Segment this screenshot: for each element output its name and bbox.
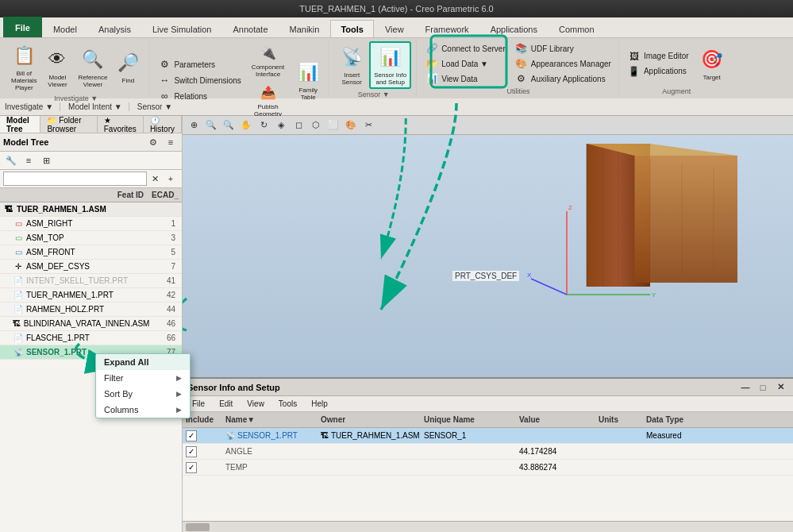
tab-framework[interactable]: Framework [415, 20, 479, 37]
btn-connect-server[interactable]: 🔗 Connect to Server [423, 41, 508, 56]
btn-ref-viewer[interactable]: 🔍 ReferenceViewer [75, 45, 110, 90]
tree-item-asm-def-csys[interactable]: ✛ ASM_DEF_CSYS 7 [0, 260, 182, 274]
vp-btn-appearance[interactable]: 🎨 [343, 118, 359, 133]
tree-item-asm-right[interactable]: ▭ ASM_RIGHT 1 [0, 217, 182, 231]
vp-btn-zoom-fit[interactable]: ⊕ [186, 118, 202, 133]
sensor-items: 📡 InsertSensor 📊 Sensor Infoand Setup [336, 41, 411, 89]
sensor-menu-tools[interactable]: Tools [272, 398, 303, 410]
btn-view-data[interactable]: 📊 View Data [423, 71, 508, 86]
vp-btn-perspective[interactable]: ⬜ [325, 118, 341, 133]
tree-toolbar-btn3[interactable]: ⊞ [38, 153, 54, 168]
vp-btn-zoom-out[interactable]: 🔍 [221, 118, 237, 133]
tab-annotate[interactable]: Annotate [222, 20, 278, 37]
appearances-icon: 🎨 [515, 57, 528, 70]
tab-live-simulation[interactable]: Live Simulation [142, 20, 222, 37]
bottom-model-intent-label: Model Intent ▼ [68, 102, 122, 111]
sensor-row-2[interactable]: ✓ ANGLE 44.174284 [183, 444, 793, 460]
vp-btn-hidden[interactable]: ◻ [291, 118, 306, 133]
tree-item-flasche-label: FLASCHE_1.PRT [26, 333, 142, 342]
aux-apps-icon: ⚙ [515, 72, 528, 85]
tree-item-rahmen-holz-label: RAHMEN_HOLZ.PRT [26, 305, 142, 314]
btn-component-interface[interactable]: 🔌 ComponentInterface [248, 41, 287, 79]
btn-udf-library[interactable]: 📚 UDF Library [513, 41, 614, 56]
vp-btn-zoom-in[interactable]: 🔍 [203, 118, 219, 133]
btn-appearances-manager[interactable]: 🎨 Appearances Manager [513, 56, 614, 71]
sensor-row-3[interactable]: ✓ TEMP 43.886274 [183, 460, 793, 476]
tab-view[interactable]: View [375, 20, 414, 37]
tab-manikin[interactable]: Manikin [279, 20, 330, 37]
btn-applications[interactable]: 📱 Applications [626, 64, 691, 79]
btn-find[interactable]: 🔎 Find [112, 46, 144, 89]
sensor-scrollbar[interactable] [183, 521, 793, 532]
btn-insert-sensor[interactable]: 📡 InsertSensor [336, 43, 368, 87]
tree-toolbar-btn1[interactable]: 🔧 [3, 153, 19, 168]
btn-model-viewer[interactable]: 👁 ModelViewer [41, 45, 73, 90]
tree-menu-btn[interactable]: ≡ [163, 135, 179, 149]
sensor-row2-checkbox[interactable]: ✓ [186, 446, 197, 457]
vp-btn-wireframe[interactable]: ⬡ [308, 118, 324, 133]
left-panel: Model Tree 📁 Folder Browser ★ Favorites … [0, 116, 183, 532]
col-unique: Unique Name [424, 415, 519, 424]
tree-item-rahmen-holz[interactable]: 📄 RAHMEN_HOLZ.PRT 44 [0, 303, 182, 317]
vp-btn-shading[interactable]: ◈ [273, 118, 289, 133]
tree-item-rahmen-holz-feat: 44 [142, 305, 182, 314]
tree-item-asm-root[interactable]: 🏗 TUER_RAHMEN_1.ASM [0, 202, 182, 217]
sensor-row-1[interactable]: ✓ 📡 SENSOR_1.PRT 🏗 TUER_RAHMEN_1.ASM SEN… [183, 428, 793, 444]
tab-file[interactable]: File [3, 17, 42, 37]
sensor-panel-maximize[interactable]: □ [755, 380, 771, 395]
btn-aux-applications[interactable]: ⚙ Auxiliary Applications [513, 71, 614, 86]
ctx-columns[interactable]: Columns ▶ [96, 402, 190, 418]
panel-tab-folder-browser[interactable]: 📁 Folder Browser [40, 116, 97, 133]
viewport: ⊕ 🔍 🔍 ✋ ↻ ◈ ◻ ⬡ ⬜ 🎨 ✂ [183, 116, 793, 532]
tree-toolbar-btn2[interactable]: ≡ [21, 153, 37, 168]
btn-image-editor[interactable]: 🖼 Image Editor [626, 49, 691, 64]
panel-tab-favorites[interactable]: ★ Favorites [98, 116, 144, 133]
tab-applications[interactable]: Applications [480, 20, 548, 37]
tree-item-intent-skell[interactable]: 📄 INTENT_SKELL_TUER.PRT 41 [0, 274, 182, 288]
tree-item-flasche[interactable]: 📄 FLASCHE_1.PRT 66 [0, 331, 182, 345]
tab-analysis[interactable]: Analysis [88, 20, 141, 37]
ribbon-group-investigate: 📋 Bill ofMaterialsPlayer 👁 ModelViewer 🔍… [3, 40, 149, 97]
btn-relations[interactable]: ∞ Relations [156, 89, 243, 103]
btn-switch-dimensions[interactable]: ↔ Switch Dimensions [156, 73, 243, 87]
ctx-filter-chevron: ▶ [176, 374, 182, 382]
tree-item-tuer-rahmen-prt[interactable]: 📄 TUER_RAHMEN_1.PRT 42 [0, 288, 182, 303]
sensor-panel-close[interactable]: ✕ [772, 380, 788, 395]
ribbon-group-sensor: 📡 InsertSensor 📊 Sensor Infoand Setup Se… [331, 40, 417, 97]
tree-search-add[interactable]: + [163, 172, 179, 186]
btn-publish-geometry[interactable]: 📤 PublishGeometry [251, 81, 285, 119]
vp-btn-rotate[interactable]: ↻ [256, 118, 271, 133]
btn-load-data[interactable]: 📂 Load Data ▼ [423, 56, 508, 71]
sensor-row2-name: ANGLE [225, 447, 321, 456]
tab-common[interactable]: Common [549, 20, 605, 37]
col-value: Value [519, 415, 599, 424]
btn-family-table[interactable]: 📊 FamilyTable [292, 58, 324, 102]
vp-btn-pan[interactable]: ✋ [238, 118, 254, 133]
sensor-menu-view[interactable]: View [241, 398, 271, 410]
tree-item-asm-top[interactable]: ▭ ASM_TOP 3 [0, 231, 182, 245]
view-data-icon: 📊 [425, 72, 438, 85]
sensor-menu-edit[interactable]: Edit [213, 398, 239, 410]
btn-bom-player[interactable]: 📋 Bill ofMaterialsPlayer [8, 41, 40, 93]
sensor-row3-checkbox[interactable]: ✓ [186, 462, 197, 473]
panel-tab-history[interactable]: 🕐 History [144, 116, 182, 133]
sensor-row1-checkbox[interactable]: ✓ [186, 430, 197, 441]
sensor-menu-help[interactable]: Help [305, 398, 334, 410]
tab-tools[interactable]: Tools [330, 20, 374, 37]
ctx-sort-by[interactable]: Sort By ▶ [96, 386, 190, 402]
tree-item-blindirana[interactable]: 🏗 BLINDIRANA_VRATA_INNEN.ASM 46 [0, 317, 182, 331]
tree-item-asm-front[interactable]: ▭ ASM_FRONT 5 [0, 245, 182, 260]
btn-sensor-info[interactable]: 📊 Sensor Infoand Setup [369, 41, 411, 89]
panel-tab-model-tree[interactable]: Model Tree [0, 116, 40, 133]
vp-btn-section[interactable]: ✂ [360, 118, 376, 133]
btn-bom-label: Bill ofMaterialsPlayer [11, 70, 37, 91]
ctx-expand-all[interactable]: Expand All [96, 354, 190, 370]
tree-search-clear[interactable]: ✕ [147, 172, 163, 186]
btn-parameters[interactable]: ⚙ Parameters [156, 57, 243, 71]
ctx-filter[interactable]: Filter ▶ [96, 370, 190, 386]
btn-target[interactable]: 🎯 Target [696, 42, 728, 85]
tree-search-input[interactable] [3, 172, 147, 186]
sensor-panel-minimize[interactable]: — [737, 380, 753, 395]
tree-settings-btn[interactable]: ⚙ [145, 135, 161, 149]
tab-model[interactable]: Model [43, 20, 87, 37]
